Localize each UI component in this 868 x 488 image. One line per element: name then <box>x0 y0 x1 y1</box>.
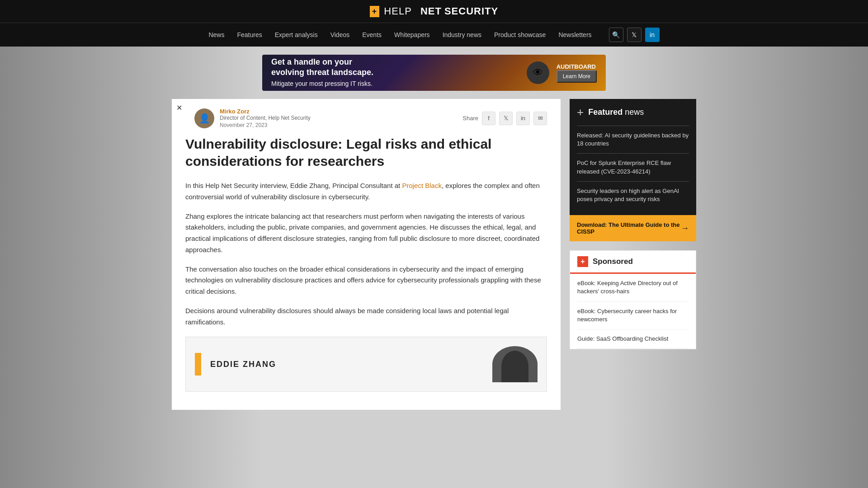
sponsored-items: eBook: Keeping Active Directory out of h… <box>570 274 696 349</box>
featured-item-1[interactable]: Released: AI security guidelines backed … <box>577 126 689 153</box>
nav-item-industry-news[interactable]: Industry news <box>443 31 481 38</box>
main-wrapper: ✕ 👤 Mirko Zorz Director of Content, Help… <box>163 99 705 410</box>
author-role: Director of Content, Help Net Security <box>220 115 457 121</box>
featured-cta-arrow-icon: → <box>681 224 689 233</box>
article-date: November 27, 2023 <box>220 122 457 128</box>
article-para3: The conversation also touches on the bro… <box>185 264 547 297</box>
sidebar: + Featured news Released: AI security gu… <box>570 99 696 410</box>
nav-item-videos[interactable]: Videos <box>330 31 350 38</box>
share-linkedin-button[interactable]: in <box>516 112 530 125</box>
interview-name-tag <box>195 353 201 375</box>
share-x-button[interactable]: 𝕏 <box>499 112 513 125</box>
sponsored-item-1[interactable]: eBook: Keeping Active Directory out of h… <box>577 274 689 301</box>
sponsored-box: + Sponsored eBook: Keeping Active Direct… <box>570 250 696 349</box>
share-facebook-button[interactable]: f <box>482 112 495 125</box>
author-row: 👤 Mirko Zorz Director of Content, Help N… <box>185 108 547 128</box>
nav-social-icons: 🔍 𝕏 in <box>609 28 660 42</box>
featured-cta-text: Download: The Ultimate Guide to the CISS… <box>577 221 681 235</box>
share-bar: Share f 𝕏 in ✉ <box>462 112 547 125</box>
sponsored-plus-icon: + <box>577 256 588 267</box>
featured-news-box: + Featured news Released: AI security gu… <box>570 99 696 241</box>
linkedin-button[interactable]: in <box>645 28 660 42</box>
nav-item-features[interactable]: Features <box>237 31 262 38</box>
photo-head <box>501 351 528 382</box>
interview-name: EDDIE ZHANG <box>210 360 276 369</box>
sponsored-item-2[interactable]: eBook: Cybersecurity career hacks for ne… <box>577 302 689 329</box>
banner-cta-button[interactable]: Learn More <box>557 70 597 83</box>
nav-item-news[interactable]: News <box>208 31 224 38</box>
logo-net-text: NET <box>420 5 442 17</box>
featured-item-2[interactable]: PoC for Splunk Enterprise RCE flaw relea… <box>577 153 689 181</box>
project-black-link[interactable]: Project Black <box>402 182 442 189</box>
sponsored-title: Sponsored <box>593 257 633 266</box>
interview-card: EDDIE ZHANG <box>185 337 547 392</box>
featured-title: Featured news <box>588 108 644 117</box>
x-twitter-button[interactable]: 𝕏 <box>627 28 642 42</box>
banner-ad: Get a handle on yourevolving threat land… <box>262 55 606 91</box>
featured-item-3[interactable]: Security leaders on high alert as GenAI … <box>577 181 689 209</box>
article-intro: In this Help Net Security interview, Edd… <box>185 180 547 203</box>
article-body: In this Help Net Security interview, Edd… <box>185 180 547 328</box>
close-button[interactable]: ✕ <box>176 103 182 112</box>
logo-security-text: SECURITY <box>444 5 498 17</box>
logo-help-text: HELP <box>384 5 411 17</box>
nav-item-newsletters[interactable]: Newsletters <box>558 31 591 38</box>
share-email-button[interactable]: ✉ <box>533 112 547 125</box>
nav-item-product-showcase[interactable]: Product showcase <box>494 31 546 38</box>
interview-photo <box>492 346 538 382</box>
auditboard-eye-icon: 👁 <box>527 61 549 84</box>
sponsored-header: + Sponsored <box>570 251 696 274</box>
author-avatar: 👤 <box>194 108 214 128</box>
nav-item-expert-analysis[interactable]: Expert analysis <box>275 31 318 38</box>
site-header: +HELP NETSECURITY <box>0 0 868 23</box>
banner-text: Get a handle on yourevolving threat land… <box>271 57 373 89</box>
article-title: Vulnerability disclosure: Legal risks an… <box>185 136 547 169</box>
author-info: Mirko Zorz Director of Content, Help Net… <box>220 108 457 128</box>
logo-plus-icon: + <box>370 6 380 17</box>
share-label: Share <box>462 115 478 122</box>
featured-items: Released: AI security guidelines backed … <box>570 126 696 209</box>
featured-cta-button[interactable]: Download: The Ultimate Guide to the CISS… <box>570 215 696 241</box>
banner-right: 👁 AUDITBOARD Learn More <box>527 61 597 84</box>
nav-item-whitepapers[interactable]: Whitepapers <box>394 31 430 38</box>
sponsored-item-3[interactable]: Guide: SaaS Offboarding Checklist <box>577 329 689 349</box>
search-button[interactable]: 🔍 <box>609 28 623 42</box>
featured-plus-icon: + <box>577 105 584 119</box>
article-container: ✕ 👤 Mirko Zorz Director of Content, Help… <box>172 99 561 410</box>
site-logo[interactable]: +HELP NETSECURITY <box>370 5 498 17</box>
main-nav: News Features Expert analysis Videos Eve… <box>0 23 868 47</box>
article-para2: Zhang explores the intricate balancing a… <box>185 211 547 256</box>
author-name[interactable]: Mirko Zorz <box>220 108 457 115</box>
nav-item-events[interactable]: Events <box>362 31 382 38</box>
featured-header: + Featured news <box>570 99 696 126</box>
banner-brand: AUDITBOARD <box>557 63 597 70</box>
article-para4: Decisions around vulnerability disclosur… <box>185 305 547 328</box>
